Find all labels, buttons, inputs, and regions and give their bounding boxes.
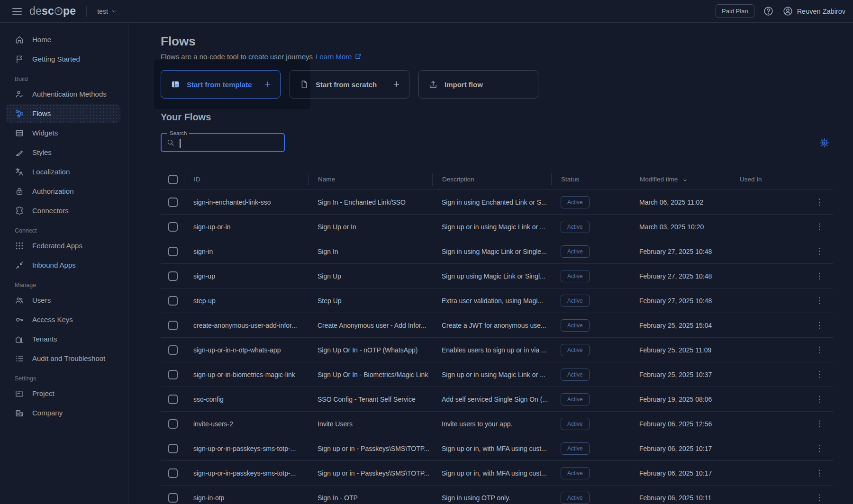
row-checkbox[interactable] [168, 321, 178, 330]
row-actions-kebab-icon[interactable]: ⋮ [806, 197, 833, 207]
sidebar-section-label: Manage [0, 282, 128, 288]
table-row[interactable]: invite-users-2Invite UsersInvite users t… [161, 411, 833, 436]
column-header-label: ID [194, 176, 200, 183]
sidebar-item-label: Flows [32, 109, 51, 117]
sidebar-item-label: Company [32, 409, 63, 417]
sidebar-item-authentication-methods[interactable]: Authentication Methods [0, 84, 128, 104]
row-actions-kebab-icon[interactable]: ⋮ [806, 394, 833, 404]
sidebar-item-access-keys[interactable]: Access Keys [0, 310, 128, 329]
row-actions-kebab-icon[interactable]: ⋮ [806, 419, 833, 429]
sidebar-item-styles[interactable]: Styles [0, 143, 128, 162]
row-checkbox[interactable] [168, 444, 178, 453]
help-icon[interactable] [763, 6, 774, 17]
paid-plan-button[interactable]: Paid Plan [716, 4, 754, 18]
row-actions-kebab-icon[interactable]: ⋮ [806, 271, 833, 281]
select-all-checkbox[interactable] [168, 175, 178, 184]
flow-name: Sign up or in - Passkeys\SMS\TOTP... [308, 445, 432, 452]
sidebar-item-company[interactable]: Company [0, 403, 128, 423]
row-checkbox[interactable] [168, 222, 178, 232]
status-badge: Active [561, 369, 590, 381]
tenants-icon [15, 334, 24, 344]
sidebar-item-label: Authentication Methods [32, 90, 107, 98]
sidebar-item-label: Users [32, 296, 51, 304]
sidebar-item-widgets[interactable]: Widgets [0, 123, 128, 143]
table-row[interactable]: step-upStep UpExtra user validation, usi… [161, 288, 833, 313]
column-header-modified-time[interactable]: Modified time [630, 173, 730, 186]
sidebar-item-users[interactable]: Users [0, 290, 128, 310]
column-header-status[interactable]: Status [551, 173, 630, 186]
row-checkbox[interactable] [168, 247, 178, 256]
federated-apps-icon [15, 241, 24, 251]
row-checkbox[interactable] [168, 493, 178, 503]
row-actions-kebab-icon[interactable]: ⋮ [806, 443, 833, 453]
flow-description: Enables users to sign up or in via ... [432, 346, 551, 354]
table-row[interactable]: sign-inSign InSign in using Magic Link o… [161, 239, 833, 263]
row-actions-kebab-icon[interactable]: ⋮ [806, 369, 833, 379]
row-checkbox[interactable] [168, 468, 178, 478]
start-from-scratch-button[interactable]: Start from scratch+ [290, 70, 409, 99]
search-input[interactable] [179, 139, 279, 146]
row-actions-kebab-icon[interactable]: ⋮ [806, 246, 833, 256]
flow-id: sign-up-or-in [184, 223, 308, 231]
sort-descending-icon [681, 176, 689, 183]
row-actions-kebab-icon[interactable]: ⋮ [806, 320, 833, 330]
sidebar-item-federated-apps[interactable]: Federated Apps [0, 236, 128, 255]
user-menu[interactable]: Reuven Zabirov [782, 6, 845, 17]
row-checkbox[interactable] [168, 271, 178, 281]
column-header-used-in[interactable]: Used In [730, 173, 806, 186]
table-row[interactable]: sign-up-or-in-passkeys-sms-totp-...Sign … [161, 460, 833, 485]
row-checkbox[interactable] [168, 296, 178, 306]
row-checkbox[interactable] [168, 419, 178, 429]
sidebar-item-inbound-apps[interactable]: Inbound Apps [0, 255, 128, 275]
table-row[interactable]: sign-up-or-in-passkeys-sms-totp-...Sign … [161, 436, 833, 460]
project-switcher[interactable]: test [97, 8, 118, 15]
flow-description: Sign in using Enchanted Link or S... [432, 198, 551, 206]
row-actions-kebab-icon[interactable]: ⋮ [806, 345, 833, 355]
menu-icon[interactable] [12, 8, 22, 15]
modified-time: February 27, 2025 10:48 [630, 297, 730, 305]
your-flows-title: Your Flows [161, 112, 833, 123]
chevron-down-icon [111, 8, 118, 15]
row-checkbox[interactable] [168, 198, 178, 207]
sidebar-item-connectors[interactable]: Connectors [0, 201, 128, 220]
users-icon [15, 296, 24, 305]
sidebar-item-authorization[interactable]: Authorization [0, 181, 128, 201]
sidebar-item-localization[interactable]: Localization [0, 162, 128, 181]
table-row[interactable]: sign-in-otpSign In - OTPSign in using OT… [161, 485, 833, 504]
row-checkbox[interactable] [168, 345, 178, 355]
styles-icon [15, 148, 24, 157]
column-header-name[interactable]: Name [308, 173, 432, 186]
table-row[interactable]: sign-up-or-inSign Up or InSign up or in … [161, 214, 833, 239]
table-row[interactable]: sign-up-or-in-biometrics-magic-linkSign … [161, 362, 833, 387]
table-row[interactable]: sign-upSign UpSign up using Magic Link o… [161, 263, 833, 288]
table-row[interactable]: sign-up-or-in-n-otp-whats-appSign Up Or … [161, 337, 833, 362]
column-header-description[interactable]: Description [432, 173, 551, 186]
sidebar-item-audit-and-troubleshoot[interactable]: Audit and Troubleshoot [0, 349, 128, 368]
column-header-label: Status [561, 176, 579, 183]
row-checkbox[interactable] [168, 370, 178, 379]
user-avatar-icon [782, 6, 793, 17]
column-header-id[interactable]: ID [184, 173, 308, 186]
table-settings-gear-icon[interactable] [819, 138, 829, 148]
learn-more-link[interactable]: Learn More [316, 53, 362, 61]
sidebar-item-tenants[interactable]: Tenants [0, 329, 128, 349]
row-checkbox[interactable] [168, 395, 178, 404]
start-from-template-button[interactable]: Start from template+ [161, 70, 281, 99]
connectors-icon [15, 206, 24, 216]
import-flow-button[interactable]: Import flow [418, 70, 538, 99]
table-row[interactable]: create-anonymous-user-add-infor...Create… [161, 313, 833, 337]
table-row[interactable]: sign-in-enchanted-link-ssoSign In - Ench… [161, 189, 833, 214]
sidebar-item-getting-started[interactable]: Getting Started [0, 49, 128, 69]
sidebar-item-home[interactable]: Home [0, 30, 128, 49]
flows-search[interactable]: Search [161, 133, 285, 152]
row-actions-kebab-icon[interactable]: ⋮ [806, 493, 833, 503]
flow-id: sign-up-or-in-biometrics-magic-link [184, 371, 308, 378]
sidebar-item-project[interactable]: Project [0, 384, 128, 403]
row-actions-kebab-icon[interactable]: ⋮ [806, 468, 833, 478]
row-actions-kebab-icon[interactable]: ⋮ [806, 296, 833, 306]
table-row[interactable]: sso-configSSO Config - Tenant Self Servi… [161, 387, 833, 411]
sidebar-item-label: Tenants [32, 335, 57, 343]
row-actions-kebab-icon[interactable]: ⋮ [806, 222, 833, 232]
learn-more-label: Learn More [316, 53, 352, 61]
sidebar-item-flows[interactable]: Flows [6, 104, 120, 123]
